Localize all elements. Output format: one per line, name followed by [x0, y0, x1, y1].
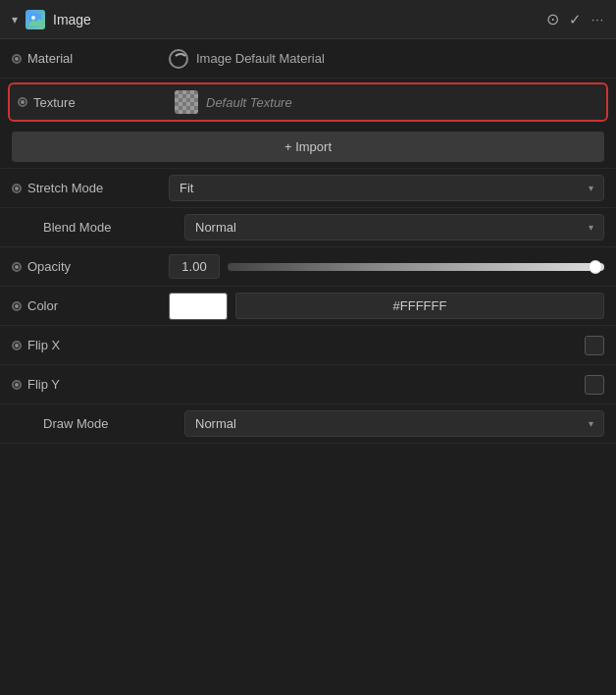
- flip-y-dot-inner: [15, 383, 19, 387]
- opacity-label-text: Opacity: [27, 259, 71, 274]
- material-value[interactable]: Image Default Material: [169, 49, 604, 69]
- panel-icon: [26, 10, 45, 29]
- draw-mode-label-text: Draw Mode: [27, 416, 184, 431]
- import-button[interactable]: + Import: [12, 132, 604, 162]
- opacity-label: Opacity: [12, 259, 169, 274]
- stretch-mode-dropdown[interactable]: Fit ▾: [169, 175, 604, 201]
- material-display: Image Default Material: [169, 49, 325, 69]
- draw-mode-arrow: ▾: [589, 418, 593, 429]
- opacity-dot[interactable]: [12, 262, 22, 272]
- material-label: Material: [12, 51, 169, 66]
- material-dot-inner: [15, 57, 19, 61]
- flip-y-label: Flip Y: [12, 377, 169, 392]
- color-hex-display[interactable]: #FFFFFF: [235, 293, 604, 319]
- opacity-slider[interactable]: [228, 263, 604, 271]
- stretch-mode-label-text: Stretch Mode: [27, 181, 103, 195]
- stretch-mode-value: Fit: [180, 181, 193, 195]
- texture-thumbnail: [175, 90, 198, 114]
- blend-mode-dropdown[interactable]: Normal ▾: [184, 214, 604, 241]
- svg-point-1: [31, 16, 35, 20]
- blend-mode-arrow: ▾: [589, 222, 593, 233]
- flip-y-dot[interactable]: [12, 380, 22, 390]
- properties-panel: Material Image Default Material Texture …: [0, 39, 616, 444]
- opacity-row: Opacity 1.00: [0, 247, 616, 287]
- blend-mode-value: Normal: [195, 220, 236, 235]
- color-row: Color #FFFFFF: [0, 287, 616, 326]
- panel-title: Image: [53, 12, 539, 27]
- material-label-text: Material: [27, 51, 73, 66]
- material-circle-icon: [169, 49, 188, 69]
- opacity-dot-inner: [15, 265, 19, 269]
- flip-y-checkbox[interactable]: [585, 375, 604, 395]
- flip-x-dot-inner: [15, 344, 19, 348]
- stretch-mode-dot-inner: [15, 187, 19, 190]
- stretch-mode-label: Stretch Mode: [12, 181, 169, 195]
- blend-mode-label-text: Blend Mode: [27, 220, 184, 235]
- blend-mode-row: Blend Mode Normal ▾: [0, 208, 616, 247]
- color-swatch[interactable]: [169, 293, 228, 320]
- collapse-chevron[interactable]: ▾: [12, 13, 18, 27]
- texture-name: Default Texture: [206, 95, 292, 110]
- color-label: Color: [12, 298, 169, 313]
- flip-x-checkbox[interactable]: [585, 336, 604, 355]
- texture-label: Texture: [18, 95, 175, 110]
- flip-y-row: Flip Y: [0, 365, 616, 404]
- color-dot-inner: [15, 304, 19, 308]
- stretch-mode-dot[interactable]: [12, 184, 22, 193]
- color-label-text: Color: [27, 298, 58, 313]
- import-row: + Import: [0, 126, 616, 169]
- opacity-value-container: 1.00: [169, 254, 604, 279]
- stretch-mode-row: Stretch Mode Fit ▾: [0, 169, 616, 208]
- draw-mode-dropdown[interactable]: Normal ▾: [184, 410, 604, 437]
- texture-row[interactable]: Texture Default Texture: [8, 82, 608, 122]
- flip-y-label-text: Flip Y: [27, 377, 60, 392]
- opacity-number-input[interactable]: 1.00: [169, 254, 220, 279]
- material-row: Material Image Default Material: [0, 39, 616, 79]
- flip-x-label: Flip X: [12, 338, 169, 352]
- texture-dot[interactable]: [18, 97, 27, 107]
- draw-mode-value: Normal: [195, 416, 236, 431]
- record-button[interactable]: ⊙: [546, 12, 559, 27]
- draw-mode-row: Draw Mode Normal ▾: [0, 404, 616, 444]
- confirm-button[interactable]: ✓: [569, 12, 582, 27]
- flip-x-row: Flip X: [0, 326, 616, 365]
- material-name: Image Default Material: [196, 51, 325, 66]
- color-value: #FFFFFF: [169, 293, 604, 320]
- color-dot[interactable]: [12, 301, 22, 311]
- more-button[interactable]: ···: [591, 14, 604, 26]
- header-actions: ⊙ ✓ ···: [546, 12, 604, 27]
- texture-dot-inner: [21, 100, 25, 104]
- material-dot[interactable]: [12, 54, 22, 64]
- flip-x-label-text: Flip X: [27, 338, 60, 352]
- stretch-mode-arrow: ▾: [589, 183, 593, 193]
- opacity-slider-thumb[interactable]: [589, 260, 602, 274]
- flip-x-dot[interactable]: [12, 341, 22, 350]
- texture-value[interactable]: Default Texture: [175, 90, 598, 114]
- panel-header: ▾ Image ⊙ ✓ ···: [0, 0, 616, 39]
- texture-label-text: Texture: [33, 95, 76, 110]
